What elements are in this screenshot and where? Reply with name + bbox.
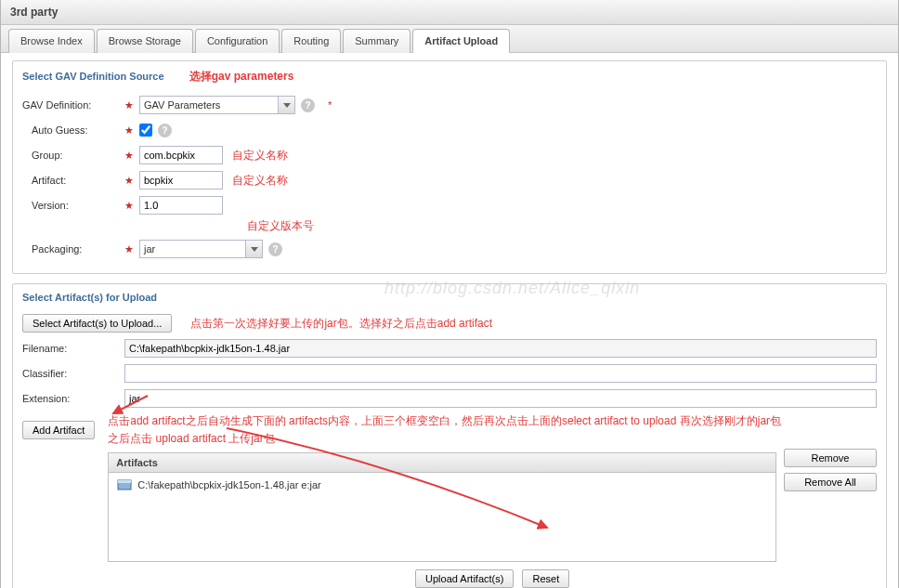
row-select-artifacts: Select Artifact(s) to Upload... 点击第一次选择好… xyxy=(22,313,877,333)
required-star: ★ xyxy=(124,150,134,162)
annotation-version: 自定义版本号 xyxy=(247,219,314,232)
required-star: ★ xyxy=(124,99,134,111)
main-panel: 3rd party Browse Index Browse Storage Co… xyxy=(0,0,899,588)
row-version: Version: ★ xyxy=(22,195,877,216)
gav-legend: Select GAV Definition Source 选择gav param… xyxy=(22,67,877,90)
annotation-gav-params: 选择gav parameters xyxy=(189,70,294,83)
row-add-artifact: Add Artifact 点击add artifact之后自动生成下面的 art… xyxy=(22,413,877,588)
row-auto-guess: Auto Guess: ★ ? xyxy=(22,120,877,140)
chevron-down-icon[interactable] xyxy=(246,240,263,258)
svg-rect-1 xyxy=(118,480,131,483)
label-packaging: Packaging: xyxy=(22,243,124,255)
remove-button[interactable]: Remove xyxy=(784,449,877,467)
help-icon[interactable]: ? xyxy=(301,98,315,112)
label-filename: Filename: xyxy=(22,343,124,354)
label-classifier: Classifier: xyxy=(22,368,124,379)
label-group: Group: xyxy=(22,150,124,161)
required-indicator: * xyxy=(328,99,332,111)
select-artifacts-button[interactable]: Select Artifact(s) to Upload... xyxy=(22,314,172,333)
filename-input xyxy=(124,339,877,358)
tab-configuration[interactable]: Configuration xyxy=(195,29,280,53)
reset-button[interactable]: Reset xyxy=(522,569,569,588)
file-icon xyxy=(117,478,132,491)
artifacts-area: Artifacts C:\fakepath\bcpkix-jdk15on-1.4… xyxy=(108,449,877,562)
chevron-down-icon[interactable] xyxy=(279,96,295,114)
gav-legend-text: Select GAV Definition Source xyxy=(22,71,164,82)
required-star: ★ xyxy=(124,175,134,187)
packaging-value: jar xyxy=(139,240,246,258)
auto-guess-checkbox[interactable] xyxy=(139,124,152,137)
label-version: Version: xyxy=(22,200,124,211)
version-input[interactable] xyxy=(139,196,223,215)
label-artifact: Artifact: xyxy=(22,175,124,186)
artifact-action-buttons: Remove Remove All xyxy=(784,449,877,491)
upload-artifacts-button[interactable]: Upload Artifact(s) xyxy=(415,569,514,588)
packaging-select[interactable]: jar xyxy=(139,240,263,258)
tab-artifact-upload[interactable]: Artifact Upload xyxy=(412,29,510,53)
help-icon[interactable]: ? xyxy=(268,242,282,256)
help-icon[interactable]: ? xyxy=(158,124,172,137)
annotation-add-1: 点击add artifact之后自动生成下面的 artifacts内容，上面三个… xyxy=(108,413,877,429)
label-auto-guess: Auto Guess: xyxy=(22,124,124,136)
label-extension: Extension: xyxy=(22,393,124,404)
required-star: ★ xyxy=(124,243,134,255)
classifier-input[interactable] xyxy=(124,364,877,383)
panel-title: 3rd party xyxy=(1,0,898,25)
annotation-add-2: 之后点击 upload artifact 上传jar包 xyxy=(108,431,877,447)
tab-browse-index[interactable]: Browse Index xyxy=(8,29,95,53)
tab-browse-storage[interactable]: Browse Storage xyxy=(97,29,193,53)
required-star: ★ xyxy=(124,124,134,137)
tab-content: Select GAV Definition Source 选择gav param… xyxy=(1,53,898,588)
gav-definition-select[interactable]: GAV Parameters xyxy=(139,96,295,114)
artifacts-body: C:\fakepath\bcpkix-jdk15on-1.48.jar e:ja… xyxy=(109,473,775,561)
upload-fieldset: http://blog.csdn.net/Alice_qixin Select … xyxy=(12,283,887,588)
annotation-group: 自定义名称 xyxy=(232,148,288,163)
required-star: ★ xyxy=(124,200,134,212)
row-packaging: Packaging: ★ jar ? xyxy=(22,239,877,259)
tab-strip: Browse Index Browse Storage Configuratio… xyxy=(1,25,898,53)
artifact-row[interactable]: C:\fakepath\bcpkix-jdk15on-1.48.jar e:ja… xyxy=(111,476,773,494)
row-filename: Filename: xyxy=(22,338,877,359)
upload-legend: Select Artifact(s) for Upload xyxy=(22,290,877,308)
artifact-input[interactable] xyxy=(139,171,223,189)
gav-fieldset: Select GAV Definition Source 选择gav param… xyxy=(12,60,887,274)
label-gav-definition: GAV Definition: xyxy=(22,99,124,111)
artifacts-header: Artifacts xyxy=(109,453,775,473)
bottom-buttons: Upload Artifact(s) Reset xyxy=(108,562,877,588)
add-artifact-button[interactable]: Add Artifact xyxy=(22,421,95,439)
row-classifier: Classifier: xyxy=(22,363,877,384)
annotation-select: 点击第一次选择好要上传的jar包。选择好之后点击add artifact xyxy=(190,316,492,332)
row-artifact: Artifact: ★ 自定义名称 xyxy=(22,170,877,190)
row-extension: Extension: xyxy=(22,388,877,409)
artifacts-panel: Artifacts C:\fakepath\bcpkix-jdk15on-1.4… xyxy=(108,452,776,562)
gav-definition-value: GAV Parameters xyxy=(139,96,279,114)
artifact-entry-text: C:\fakepath\bcpkix-jdk15on-1.48.jar e:ja… xyxy=(137,479,321,490)
row-group: Group: ★ 自定义名称 xyxy=(22,145,877,165)
annotation-artifact: 自定义名称 xyxy=(232,173,288,189)
tab-routing[interactable]: Routing xyxy=(281,29,341,53)
extension-input[interactable] xyxy=(124,389,877,408)
remove-all-button[interactable]: Remove All xyxy=(784,473,877,491)
row-gav-definition: GAV Definition: ★ GAV Parameters ? * xyxy=(22,95,877,115)
group-input[interactable] xyxy=(139,146,223,164)
tab-summary[interactable]: Summary xyxy=(343,29,410,53)
